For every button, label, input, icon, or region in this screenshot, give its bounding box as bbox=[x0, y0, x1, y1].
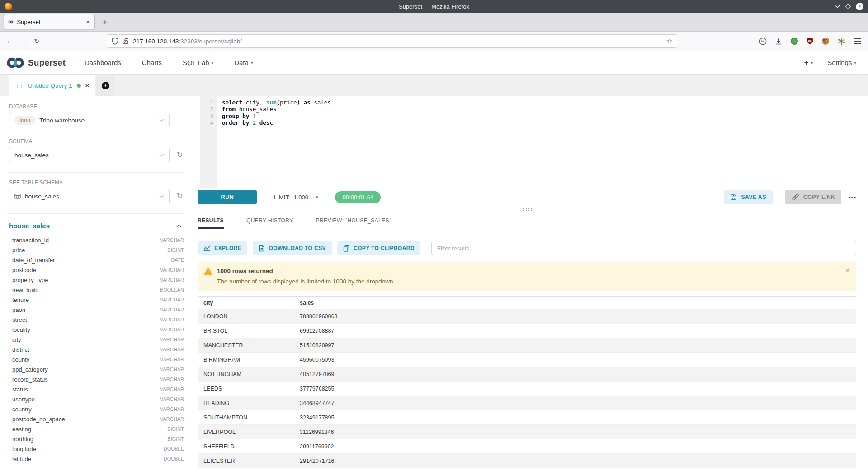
explore-button[interactable]: EXPLORE bbox=[198, 241, 247, 255]
new-item-button[interactable]: +▾ bbox=[804, 58, 813, 67]
schema-column-row: tenure VARCHAR bbox=[12, 295, 184, 305]
browser-toolbar: ← → ↻ 217.160.120.143:32393/superset/sql… bbox=[0, 32, 868, 51]
table-row: READING 34468947747 bbox=[198, 396, 856, 410]
results-actions: EXPLORE DOWNLOAD TO CSV COPY TO CLIPBOAR… bbox=[198, 241, 856, 255]
cell-city: BIRMINGHAM bbox=[198, 353, 294, 367]
schema-select[interactable]: house_sales bbox=[9, 148, 170, 162]
tab-preview-house-sales[interactable]: PREVIEW: `HOUSE_SALES` bbox=[316, 212, 392, 229]
cell-sales: 29142071716 bbox=[294, 454, 340, 468]
nav-data[interactable]: Data▾ bbox=[234, 59, 253, 66]
column-name: longitude bbox=[12, 446, 36, 452]
cell-city: READING bbox=[198, 396, 294, 410]
new-query-tab-button[interactable]: + bbox=[96, 75, 114, 96]
schema-column-row: postcode_no_space VARCHAR bbox=[12, 414, 184, 424]
chevron-down-icon bbox=[159, 119, 164, 122]
nav-charts[interactable]: Charts bbox=[142, 59, 162, 66]
download-csv-button[interactable]: DOWNLOAD TO CSV bbox=[253, 241, 332, 255]
window-minimize-icon[interactable] bbox=[835, 5, 840, 8]
run-button[interactable]: RUN bbox=[198, 190, 257, 204]
query-tab-close-icon[interactable]: × bbox=[85, 82, 89, 89]
refresh-tables-icon[interactable]: ↻ bbox=[177, 193, 183, 200]
chevron-down-icon: ▾ bbox=[212, 61, 214, 65]
cookie-extension-icon[interactable] bbox=[822, 38, 829, 45]
tab-results[interactable]: RESULTS bbox=[198, 212, 224, 229]
limit-dropdown[interactable]: LIMIT: 1 000 ▾ bbox=[274, 194, 318, 201]
refresh-schemas-icon[interactable]: ↻ bbox=[177, 151, 183, 159]
nav-dashboards[interactable]: Dashboards bbox=[85, 59, 121, 66]
table-row: SHEFFIELD 29911769902 bbox=[198, 439, 856, 454]
column-name: district bbox=[12, 346, 29, 353]
browser-tab[interactable]: ∞ Superset × bbox=[4, 14, 95, 29]
database-select[interactable]: trino Trino warehouse bbox=[9, 113, 170, 127]
header-sales[interactable]: sales bbox=[294, 297, 319, 309]
sql-editor[interactable]: 1234 select city, sum(price) as salesfro… bbox=[193, 96, 868, 188]
table-heading[interactable]: house_sales bbox=[9, 222, 50, 230]
query-tab-active[interactable]: ⋮⋮ Untitled Query 1 × bbox=[9, 75, 95, 96]
cell-sales: 32349177895 bbox=[294, 410, 340, 424]
more-options-icon[interactable]: ••• bbox=[849, 194, 856, 201]
copy-link-button[interactable]: COPY LINK bbox=[785, 190, 842, 204]
column-type: VARCHAR bbox=[160, 357, 184, 362]
column-type: VARCHAR bbox=[160, 416, 184, 422]
cell-sales: 37779768255 bbox=[294, 382, 340, 396]
reload-icon[interactable]: ↻ bbox=[30, 38, 43, 45]
alert-close-icon[interactable]: × bbox=[845, 267, 849, 273]
tab-close-icon[interactable]: × bbox=[85, 19, 90, 25]
tab-query-history[interactable]: QUERY HISTORY bbox=[246, 212, 293, 229]
database-value: Trino warehouse bbox=[39, 117, 85, 124]
schema-column-row: city VARCHAR bbox=[12, 334, 184, 344]
schema-column-row: locality VARCHAR bbox=[12, 325, 184, 334]
column-name: street bbox=[12, 316, 27, 323]
chevron-down-icon: ▾ bbox=[854, 61, 856, 65]
superset-brand[interactable]: Superset bbox=[6, 57, 66, 69]
cell-city: LEICESTER bbox=[198, 454, 294, 468]
table-row: LONDON 788861960063 bbox=[198, 309, 856, 324]
table-select[interactable]: house_sales bbox=[9, 189, 170, 203]
menu-icon[interactable] bbox=[854, 38, 861, 44]
cell-sales: 29911769902 bbox=[294, 439, 340, 453]
header-right: +▾ Settings▾ bbox=[804, 58, 856, 67]
schema-column-row: postcode VARCHAR bbox=[12, 265, 184, 275]
schema-column-row: date_of_transfer DATE bbox=[12, 255, 184, 265]
column-name: latitude bbox=[12, 456, 31, 462]
schema-column-row: price BIGINT bbox=[12, 245, 184, 255]
nav-sql-lab[interactable]: SQL Lab▾ bbox=[183, 59, 213, 66]
schema-columns-list: transaction_id VARCHAR price BIGINT date… bbox=[9, 235, 184, 464]
url-bar[interactable]: 217.160.120.143:32393/superset/sqllab/ ☆ bbox=[107, 34, 677, 48]
save-as-button[interactable]: SAVE AS bbox=[724, 190, 773, 204]
new-tab-button[interactable]: + bbox=[103, 18, 108, 27]
header-city[interactable]: city bbox=[198, 297, 294, 309]
settings-menu[interactable]: Settings▾ bbox=[827, 59, 856, 66]
shield-icon[interactable] bbox=[112, 38, 118, 45]
back-icon[interactable]: ← bbox=[3, 37, 16, 45]
query-timer-badge: 00:00:01.64 bbox=[335, 191, 381, 203]
column-name: county bbox=[12, 356, 29, 363]
cell-city: LIVERPOOL bbox=[198, 425, 294, 439]
main-nav: Dashboards Charts SQL Lab▾ Data▾ bbox=[85, 59, 253, 66]
url-text[interactable]: 217.160.120.143:32393/superset/sqllab/ bbox=[133, 38, 242, 45]
resize-handle-icon[interactable] bbox=[522, 208, 532, 211]
drag-handle-icon[interactable]: ⋮⋮ bbox=[15, 83, 23, 89]
colorful-asterisk-extension-icon[interactable] bbox=[838, 38, 845, 45]
bookmark-star-icon[interactable]: ☆ bbox=[666, 37, 672, 45]
column-type: VARCHAR bbox=[160, 377, 184, 382]
column-type: VARCHAR bbox=[160, 297, 184, 302]
downloads-icon[interactable] bbox=[775, 38, 782, 45]
collapse-chevron-up-icon[interactable] bbox=[176, 225, 181, 227]
filter-results-input[interactable] bbox=[431, 241, 856, 255]
window-maximize-icon[interactable] bbox=[845, 4, 851, 9]
column-name: status bbox=[12, 386, 28, 393]
pocket-icon[interactable] bbox=[759, 38, 767, 45]
schema-column-row: latitude DOUBLE bbox=[12, 454, 184, 464]
window-close-icon[interactable]: × bbox=[856, 3, 863, 10]
copy-clipboard-button[interactable]: COPY TO CLIPBOARD bbox=[337, 241, 420, 255]
lock-disabled-icon[interactable] bbox=[123, 38, 129, 45]
chevron-down-icon: ▾ bbox=[316, 195, 318, 199]
extension-green-icon[interactable] bbox=[791, 38, 798, 45]
ublock-shield-icon[interactable]: uB bbox=[807, 38, 813, 45]
forward-icon[interactable]: → bbox=[16, 37, 30, 45]
query-status-dot bbox=[77, 84, 81, 88]
table-row: LEICESTER 29142071716 bbox=[198, 454, 856, 468]
sql-code[interactable]: select city, sum(price) as salesfrom hou… bbox=[217, 96, 331, 188]
app-header: Superset Dashboards Charts SQL Lab▾ Data… bbox=[0, 51, 868, 75]
